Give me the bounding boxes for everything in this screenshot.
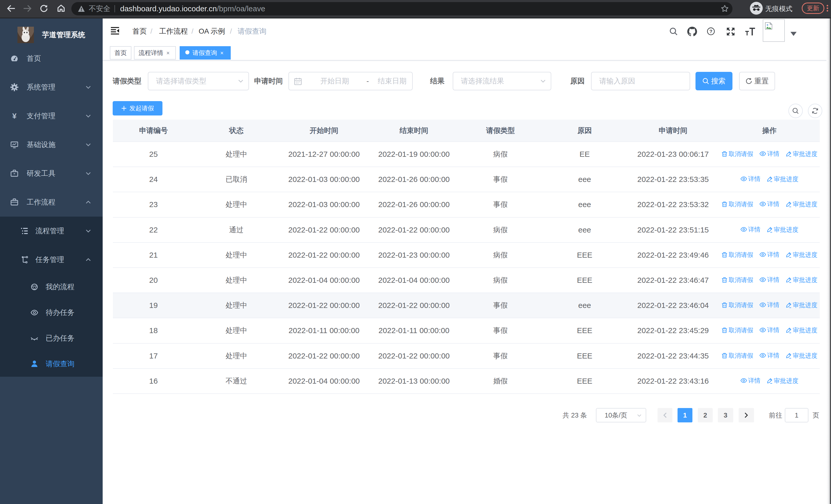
svg-text:?: ? [709, 29, 712, 34]
